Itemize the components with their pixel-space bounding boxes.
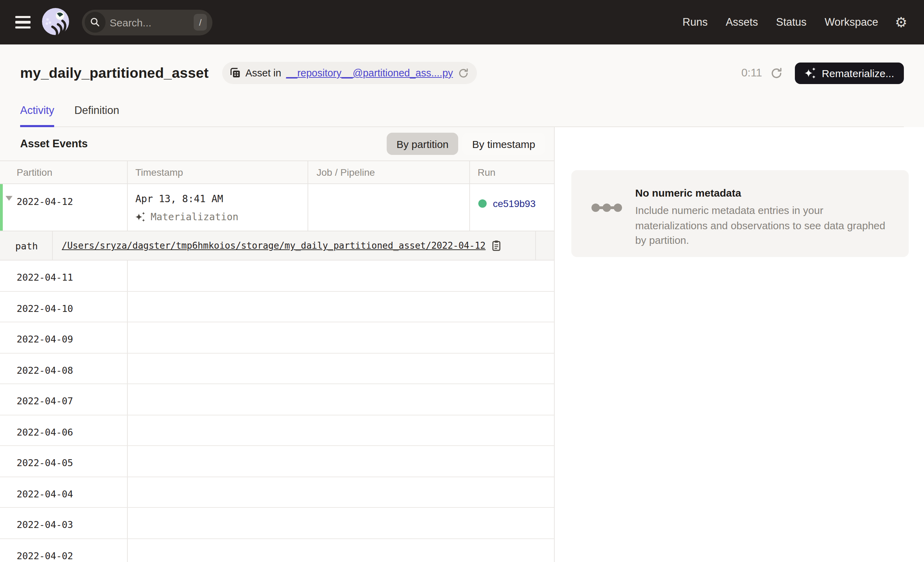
settings-gear-icon[interactable]: ⚙ (895, 15, 908, 29)
empty-state-title: No numeric metadata (635, 187, 891, 199)
table-row[interactable]: 2022-04-03 (0, 508, 554, 539)
partition-label: 2022-04-08 (16, 364, 73, 376)
table-row[interactable]: 2022-04-04 (0, 477, 554, 508)
table-row[interactable]: 2022-04-07 (0, 384, 554, 415)
partition-row-list: 2022-04-11 2022-04-10 2022-04-09 2022-04… (0, 260, 554, 562)
partition-label: 2022-04-07 (16, 395, 73, 406)
table-header-row: Partition Timestamp Job / Pipeline Run (0, 161, 554, 183)
job-pipeline-cell (308, 184, 470, 231)
tab-activity[interactable]: Activity (20, 104, 54, 126)
by-partition-toggle[interactable]: By partition (387, 133, 458, 155)
refresh-timer: 0:11 (741, 67, 762, 79)
search-icon (85, 12, 105, 33)
nav-link-runs[interactable]: Runs (682, 16, 707, 29)
asset-origin-badge: Asset in __repository__@partitioned_ass.… (222, 62, 477, 84)
reload-repository-icon[interactable] (458, 68, 468, 78)
nav-link-assets[interactable]: Assets (726, 16, 758, 29)
partition-label: 2022-04-04 (16, 488, 73, 499)
column-header-partition: Partition (0, 161, 128, 183)
partition-label: 2022-04-05 (16, 457, 73, 468)
partition-label: 2022-04-12 (16, 196, 73, 207)
collapse-caret-icon[interactable] (6, 196, 12, 201)
table-row[interactable]: 2022-04-05 (0, 446, 554, 477)
timeline-dots-icon (591, 187, 635, 257)
column-header-run: Run (470, 161, 554, 183)
run-status-dot (478, 199, 487, 208)
asset-in-label: Asset in (245, 68, 281, 78)
refresh-page-icon[interactable] (771, 67, 782, 79)
top-nav: / Runs Assets Status Workspace ⚙ (0, 0, 924, 45)
nav-links: Runs Assets Status Workspace (682, 16, 878, 29)
partition-label: 2022-04-03 (16, 519, 73, 530)
search-shortcut-key: / (194, 14, 207, 30)
nav-link-status[interactable]: Status (776, 16, 807, 29)
metadata-plots-pane: No numeric metadata Include numeric meta… (555, 127, 924, 562)
partition-label: 2022-04-02 (16, 550, 73, 561)
table-row[interactable]: 2022-04-11 (0, 260, 554, 292)
asset-events-pane: Asset Events By partition By timestamp P… (0, 127, 555, 562)
column-header-job: Job / Pipeline (308, 161, 470, 183)
table-row[interactable]: 2022-04-02 (0, 539, 554, 562)
partition-label: 2022-04-09 (16, 334, 73, 344)
tab-bar: Activity Definition (20, 87, 904, 127)
tab-definition[interactable]: Definition (74, 104, 119, 126)
table-row[interactable]: 2022-04-09 (0, 322, 554, 353)
materialization-sparkle-icon (135, 212, 146, 222)
metadata-row: path /Users/sryza/dagster/tmp6hmkoios/st… (0, 231, 554, 260)
sparkle-icon (805, 67, 816, 79)
run-id-link[interactable]: ce519b93 (493, 198, 536, 209)
materialized-status-bar (0, 184, 3, 231)
partition-label: 2022-04-11 (16, 272, 73, 283)
table-row-expanded[interactable]: 2022-04-12 Apr 13, 8:41 AM Materializati… (0, 183, 554, 231)
asset-events-table: Partition Timestamp Job / Pipeline Run 2… (0, 161, 554, 562)
event-timestamp: Apr 13, 8:41 AM (135, 193, 308, 204)
partition-label: 2022-04-10 (16, 302, 73, 314)
page-header: my_daily_partitioned_asset Asset in __re… (0, 45, 924, 127)
no-numeric-metadata-card: No numeric metadata Include numeric meta… (572, 170, 909, 257)
page-title: my_daily_partitioned_asset (20, 65, 208, 81)
dagster-app: / Runs Assets Status Workspace ⚙ my_dail… (0, 0, 924, 562)
dagster-logo-icon[interactable] (40, 6, 72, 38)
by-timestamp-toggle[interactable]: By timestamp (462, 133, 545, 155)
rematerialize-button[interactable]: Rematerialize... (795, 62, 904, 84)
copy-clipboard-icon[interactable] (492, 240, 502, 251)
table-row[interactable]: 2022-04-06 (0, 415, 554, 446)
hamburger-menu-icon[interactable] (15, 16, 30, 28)
partition-label: 2022-04-06 (16, 426, 73, 437)
metadata-key: path (0, 231, 52, 260)
table-row[interactable]: 2022-04-10 (0, 292, 554, 322)
empty-state-body: Include numeric metadata entries in your… (635, 203, 891, 248)
table-row[interactable]: 2022-04-08 (0, 353, 554, 384)
global-search[interactable]: / (82, 9, 212, 35)
asset-events-heading: Asset Events (20, 138, 88, 150)
metadata-path-link[interactable]: /Users/sryza/dagster/tmp6hmkoios/storage… (62, 240, 486, 251)
search-input[interactable] (105, 17, 194, 28)
nav-link-workspace[interactable]: Workspace (825, 16, 879, 29)
repository-icon (230, 68, 240, 78)
event-type-label: Materialization (151, 211, 238, 222)
column-header-timestamp: Timestamp (128, 161, 308, 183)
repository-link[interactable]: __repository__@partitioned_ass....py (286, 68, 453, 78)
